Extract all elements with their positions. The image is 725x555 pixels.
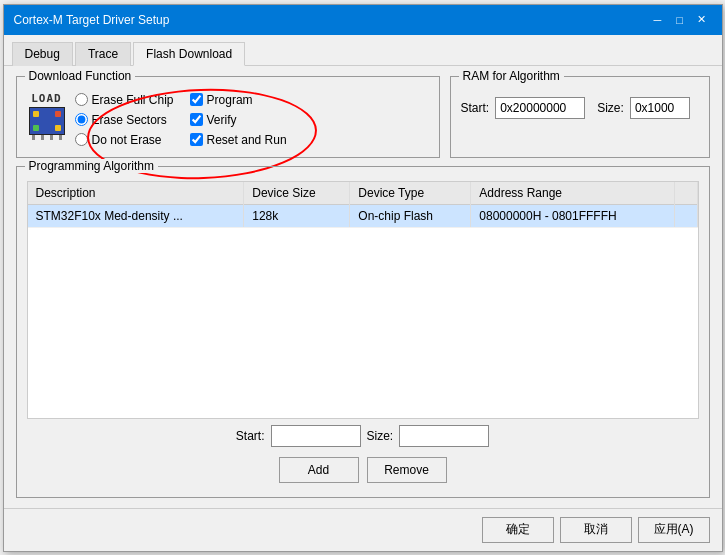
ram-algorithm-title: RAM for Algorithm	[459, 69, 564, 83]
load-icon: LOAD	[27, 91, 67, 141]
chip-leg	[41, 135, 44, 140]
table-size-label: Size:	[367, 429, 394, 443]
table-start-label: Start:	[236, 429, 265, 443]
start-size-row: Start: Size:	[27, 419, 699, 453]
check-reset-and-run-input[interactable]	[190, 133, 203, 146]
programming-algorithm-group: Programming Algorithm Description Device…	[16, 166, 710, 498]
col-device-size: Device Size	[244, 182, 350, 205]
algorithm-table-container: Description Device Size Device Type Addr…	[27, 181, 699, 419]
add-button[interactable]: Add	[279, 457, 359, 483]
buttons-row: Add Remove	[27, 453, 699, 487]
radio-erase-sectors[interactable]: Erase Sectors	[75, 113, 174, 127]
download-function-title: Download Function	[25, 69, 136, 83]
ram-algorithm-group: RAM for Algorithm Start: Size:	[450, 76, 710, 158]
cell-device-type: On-chip Flash	[350, 204, 471, 227]
window-title: Cortex-M Target Driver Setup	[14, 13, 170, 27]
main-content: Download Function LOAD	[4, 66, 722, 508]
col-device-type: Device Type	[350, 182, 471, 205]
top-section: Download Function LOAD	[16, 76, 710, 158]
check-verify-input[interactable]	[190, 113, 203, 126]
col-description: Description	[28, 182, 244, 205]
check-program-input[interactable]	[190, 93, 203, 106]
table-row[interactable]: STM32F10x Med-density ... 128k On-chip F…	[28, 204, 698, 227]
chip-dot-tl	[33, 111, 39, 117]
bottom-bar: 确定 取消 应用(A)	[4, 508, 722, 551]
ok-button[interactable]: 确定	[482, 517, 554, 543]
radio-do-not-erase-input[interactable]	[75, 133, 88, 146]
chip-dot-br	[55, 125, 61, 131]
check-verify[interactable]: Verify	[190, 113, 287, 127]
col-extra	[675, 182, 697, 205]
download-function-group: Download Function LOAD	[16, 76, 440, 158]
radio-erase-full-chip-input[interactable]	[75, 93, 88, 106]
chip-legs	[29, 135, 65, 140]
cell-device-size: 128k	[244, 204, 350, 227]
close-button[interactable]: ✕	[692, 11, 712, 29]
programming-algorithm-title: Programming Algorithm	[25, 159, 158, 173]
minimize-button[interactable]: ─	[648, 11, 668, 29]
cell-extra	[675, 204, 697, 227]
cancel-button[interactable]: 取消	[560, 517, 632, 543]
download-inner: LOAD	[27, 91, 429, 147]
chip-dot-bl	[33, 125, 39, 131]
main-window: Cortex-M Target Driver Setup ─ □ ✕ Debug…	[3, 4, 723, 552]
chip-dot-tr	[55, 111, 61, 117]
radio-column: Erase Full Chip Erase Sectors Do not Era…	[75, 91, 174, 147]
check-column: Program Verify Reset and Run	[190, 91, 287, 147]
col-address-range: Address Range	[471, 182, 675, 205]
load-text: LOAD	[31, 92, 62, 105]
check-reset-and-run[interactable]: Reset and Run	[190, 133, 287, 147]
radio-erase-sectors-input[interactable]	[75, 113, 88, 126]
table-header-row: Description Device Size Device Type Addr…	[28, 182, 698, 205]
radio-erase-full-chip[interactable]: Erase Full Chip	[75, 93, 174, 107]
apply-button[interactable]: 应用(A)	[638, 517, 710, 543]
chip-leg	[59, 135, 62, 140]
check-program[interactable]: Program	[190, 93, 287, 107]
title-bar-buttons: ─ □ ✕	[648, 11, 712, 29]
tab-trace[interactable]: Trace	[75, 42, 131, 66]
table-size-input[interactable]	[399, 425, 489, 447]
maximize-button[interactable]: □	[670, 11, 690, 29]
start-input[interactable]	[495, 97, 585, 119]
size-input[interactable]	[630, 97, 690, 119]
algorithm-table: Description Device Size Device Type Addr…	[28, 182, 698, 228]
cell-address-range: 08000000H - 0801FFFFH	[471, 204, 675, 227]
ram-inner: Start: Size:	[461, 97, 699, 119]
table-start-input[interactable]	[271, 425, 361, 447]
size-label: Size:	[597, 101, 624, 115]
title-bar: Cortex-M Target Driver Setup ─ □ ✕	[4, 5, 722, 35]
remove-button[interactable]: Remove	[367, 457, 447, 483]
cell-description: STM32F10x Med-density ...	[28, 204, 244, 227]
tab-debug[interactable]: Debug	[12, 42, 73, 66]
tab-bar: Debug Trace Flash Download	[4, 35, 722, 66]
start-label: Start:	[461, 101, 490, 115]
chip-visual	[29, 107, 65, 135]
radio-do-not-erase[interactable]: Do not Erase	[75, 133, 174, 147]
chip-leg	[50, 135, 53, 140]
chip-leg	[32, 135, 35, 140]
tab-flash-download[interactable]: Flash Download	[133, 42, 245, 66]
